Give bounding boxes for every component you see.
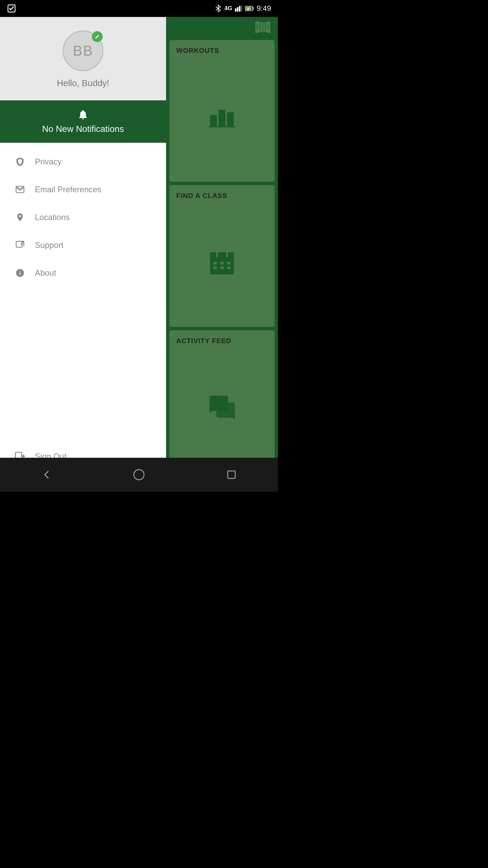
info-icon: [14, 267, 26, 279]
svg-rect-3: [239, 6, 241, 12]
svg-rect-18: [263, 22, 263, 32]
top-bar: [166, 17, 278, 37]
svg-rect-23: [269, 22, 270, 32]
notification-text: No New Notifications: [42, 124, 124, 134]
svg-rect-17: [261, 22, 262, 32]
bell-icon: [77, 109, 89, 120]
activity-feed-icon-area: [176, 348, 268, 465]
svg-point-40: [134, 470, 144, 480]
svg-rect-32: [214, 262, 217, 264]
svg-rect-21: [266, 22, 267, 32]
activity-feed-title: ACTIVITY FEED: [176, 337, 268, 345]
status-bar-right: 4G 9:49: [215, 4, 271, 13]
status-bar: 4G 9:49: [0, 0, 278, 17]
shield-icon: [14, 155, 26, 168]
email-preferences-label: Email Preferences: [35, 185, 101, 194]
battery-icon: [245, 5, 254, 12]
avatar-wrapper: BB: [63, 31, 103, 71]
svg-rect-37: [227, 267, 230, 269]
svg-rect-19: [264, 22, 265, 32]
recent-square-icon: [227, 470, 236, 479]
menu-list: Privacy Email Preferences: [0, 143, 166, 443]
calendar-icon: [208, 248, 236, 275]
location-icon: [14, 211, 26, 224]
workouts-title: WORKOUTS: [176, 47, 268, 55]
svg-rect-1: [235, 8, 237, 12]
sidebar: BB Hello, Buddy! No New Notifica: [0, 17, 166, 475]
svg-rect-13: [256, 22, 257, 32]
signal-4g-icon: 4G: [224, 5, 232, 12]
recent-button[interactable]: [223, 466, 240, 483]
main-container: BB Hello, Buddy! No New Notifica: [0, 17, 278, 475]
back-icon: [41, 470, 52, 480]
support-label: Support: [35, 240, 63, 250]
bar-chart-icon: [208, 105, 236, 129]
locations-label: Locations: [35, 213, 70, 222]
privacy-label: Privacy: [35, 157, 62, 166]
svg-rect-2: [237, 7, 239, 12]
profile-section: BB Hello, Buddy!: [0, 17, 166, 100]
sidebar-item-privacy[interactable]: Privacy: [0, 148, 166, 176]
status-time: 9:49: [257, 4, 271, 13]
svg-rect-20: [265, 22, 266, 32]
svg-rect-4: [241, 5, 242, 12]
sidebar-item-email-preferences[interactable]: Email Preferences: [0, 176, 166, 203]
home-circle-icon: [133, 469, 145, 480]
external-link-icon: [14, 239, 26, 252]
find-a-class-icon-area: [176, 203, 268, 320]
greeting-text: Hello, Buddy!: [57, 78, 109, 88]
svg-rect-33: [220, 262, 224, 264]
avatar-initials: BB: [73, 43, 93, 59]
workouts-icon-area: [176, 58, 268, 175]
svg-rect-39: [216, 402, 235, 418]
sidebar-item-locations[interactable]: Locations: [0, 203, 166, 231]
bottom-nav: [0, 458, 278, 492]
svg-rect-36: [220, 267, 224, 269]
chat-icon: [208, 394, 237, 419]
checklist-icon: [7, 4, 16, 13]
svg-rect-14: [257, 22, 258, 32]
svg-rect-24: [210, 115, 217, 127]
svg-rect-26: [227, 112, 234, 127]
notifications-section: No New Notifications: [0, 100, 166, 143]
svg-rect-16: [260, 22, 261, 32]
edit-badge[interactable]: [92, 31, 103, 42]
svg-rect-25: [219, 110, 225, 127]
svg-rect-29: [210, 252, 234, 259]
find-a-class-title: FIND A CLASS: [176, 192, 268, 200]
sidebar-item-about[interactable]: About: [0, 259, 166, 287]
svg-rect-35: [214, 267, 217, 269]
workouts-card[interactable]: WORKOUTS: [169, 40, 274, 182]
cards-grid: WORKOUTS FIND A CLASS: [166, 37, 278, 475]
find-a-class-card[interactable]: FIND A CLASS: [169, 185, 274, 327]
about-label: About: [35, 268, 56, 278]
home-button[interactable]: [130, 466, 147, 483]
bluetooth-icon: [215, 4, 222, 13]
main-content: WORKOUTS FIND A CLASS: [166, 17, 278, 475]
back-button[interactable]: [38, 466, 55, 483]
status-bar-left: [7, 4, 16, 13]
svg-rect-34: [227, 262, 230, 264]
svg-rect-41: [228, 471, 235, 478]
barcode-icon[interactable]: [255, 21, 271, 34]
edit-icon: [95, 34, 100, 39]
activity-feed-card[interactable]: ACTIVITY FEED: [169, 330, 274, 472]
email-icon: [14, 183, 26, 196]
signal-bars-icon: [235, 5, 242, 12]
sidebar-item-support[interactable]: Support: [0, 231, 166, 259]
